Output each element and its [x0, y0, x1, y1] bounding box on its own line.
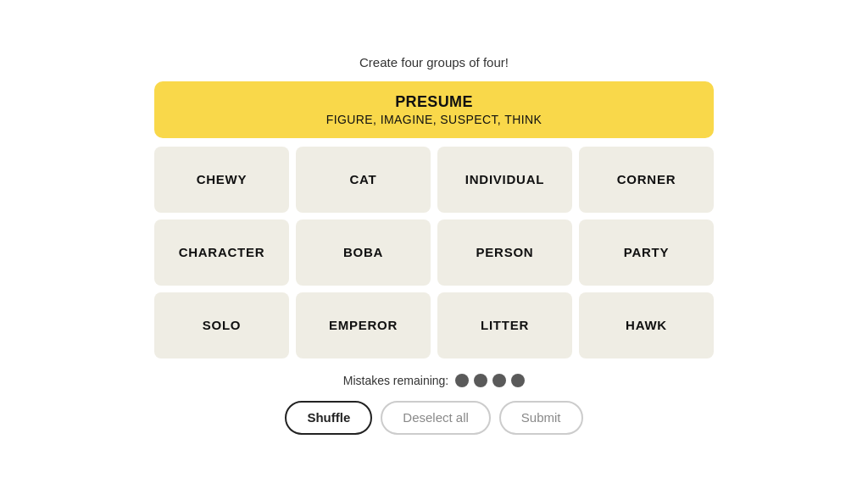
- grid-cell-label-boba: BOBA: [343, 245, 383, 259]
- grid-cell-individual[interactable]: INDIVIDUAL: [437, 147, 572, 213]
- buttons-row: Shuffle Deselect all Submit: [285, 401, 582, 435]
- grid-cell-label-litter: LITTER: [481, 318, 529, 332]
- word-grid: CHEWYCATINDIVIDUALCORNERCHARACTERBOBAPER…: [154, 147, 714, 358]
- game-container: Create four groups of four! PRESUME FIGU…: [154, 55, 714, 435]
- grid-cell-label-individual: INDIVIDUAL: [465, 172, 544, 186]
- grid-cell-label-cat: CAT: [350, 172, 377, 186]
- grid-cell-label-emperor: EMPEROR: [329, 318, 398, 332]
- grid-cell-label-chewy: CHEWY: [197, 172, 248, 186]
- grid-cell-corner[interactable]: CORNER: [579, 147, 714, 213]
- dots-container: [455, 374, 525, 387]
- grid-cell-label-party: PARTY: [624, 245, 669, 259]
- grid-cell-chewy[interactable]: CHEWY: [154, 147, 289, 213]
- grid-cell-hawk[interactable]: HAWK: [579, 292, 714, 358]
- deselect-button[interactable]: Deselect all: [381, 401, 491, 435]
- grid-cell-character[interactable]: CHARACTER: [154, 219, 289, 286]
- grid-cell-boba[interactable]: BOBA: [296, 219, 431, 286]
- grid-cell-label-hawk: HAWK: [626, 318, 667, 332]
- solved-group: PRESUME FIGURE, IMAGINE, SUSPECT, THINK: [154, 81, 714, 138]
- grid-cell-cat[interactable]: CAT: [296, 147, 431, 213]
- grid-cell-emperor[interactable]: EMPEROR: [296, 292, 431, 358]
- grid-cell-label-corner: CORNER: [617, 172, 676, 186]
- grid-cell-solo[interactable]: SOLO: [154, 292, 289, 358]
- submit-button[interactable]: Submit: [499, 401, 583, 435]
- mistakes-label: Mistakes remaining:: [343, 374, 449, 387]
- solved-group-words: FIGURE, IMAGINE, SUSPECT, THINK: [171, 113, 697, 126]
- mistakes-row: Mistakes remaining:: [343, 374, 526, 387]
- subtitle: Create four groups of four!: [359, 55, 509, 69]
- grid-cell-label-character: CHARACTER: [179, 245, 265, 259]
- grid-cell-person[interactable]: PERSON: [437, 219, 572, 286]
- grid-cell-label-person: PERSON: [476, 245, 534, 259]
- mistake-dot-1: [455, 374, 469, 387]
- mistake-dot-3: [492, 374, 506, 387]
- solved-group-title: PRESUME: [171, 93, 697, 111]
- grid-cell-litter[interactable]: LITTER: [437, 292, 572, 358]
- grid-cell-party[interactable]: PARTY: [579, 219, 714, 286]
- grid-cell-label-solo: SOLO: [203, 318, 242, 332]
- mistake-dot-4: [511, 374, 525, 387]
- mistake-dot-2: [474, 374, 487, 387]
- shuffle-button[interactable]: Shuffle: [285, 401, 372, 435]
